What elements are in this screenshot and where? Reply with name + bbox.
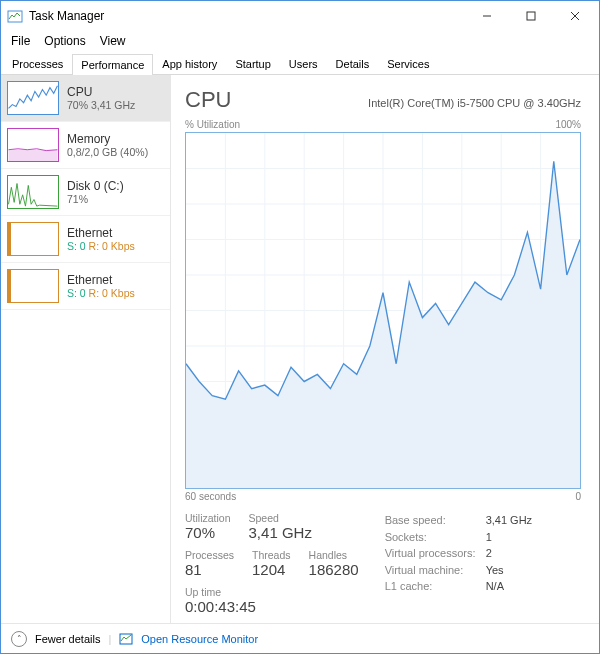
svg-rect-5 xyxy=(9,150,58,161)
page-title: CPU xyxy=(185,87,231,113)
tab-users[interactable]: Users xyxy=(280,53,327,74)
sidebar-item-memory[interactable]: Memory 0,8/2,0 GB (40%) xyxy=(1,122,170,169)
fewer-details-button[interactable]: Fewer details xyxy=(35,633,100,645)
sidebar-item-ethernet-2[interactable]: Ethernet S: 0 R: 0 Kbps xyxy=(1,263,170,310)
menu-options[interactable]: Options xyxy=(38,32,91,50)
app-icon xyxy=(7,8,23,24)
l1-value: N/A xyxy=(486,578,504,595)
tab-services[interactable]: Services xyxy=(378,53,438,74)
menu-view[interactable]: View xyxy=(94,32,132,50)
scale-label-top-left: % Utilization xyxy=(185,119,240,130)
ethernet-thumb-icon xyxy=(7,269,59,303)
menu-file[interactable]: File xyxy=(5,32,36,50)
scale-label-bottom-left: 60 seconds xyxy=(185,491,236,502)
processes-label: Processes xyxy=(185,549,234,561)
sockets-value: 1 xyxy=(486,529,492,546)
sidebar-item-stat: S: 0 R: 0 Kbps xyxy=(67,240,135,252)
titlebar: Task Manager xyxy=(1,1,599,31)
cpu-chart xyxy=(185,132,581,489)
disk-thumb-icon xyxy=(7,175,59,209)
vprocs-label: Virtual processors: xyxy=(385,545,480,562)
tab-details[interactable]: Details xyxy=(327,53,379,74)
base-speed-value: 3,41 GHz xyxy=(486,512,532,529)
utilization-label: Utilization xyxy=(185,512,231,524)
sidebar-item-label: CPU xyxy=(67,85,135,99)
uptime-value: 0:00:43:45 xyxy=(185,598,359,615)
svg-rect-2 xyxy=(527,12,535,20)
minimize-button[interactable] xyxy=(465,1,509,31)
tab-strip: Processes Performance App history Startu… xyxy=(1,51,599,75)
l1-label: L1 cache: xyxy=(385,578,480,595)
vprocs-value: 2 xyxy=(486,545,492,562)
sidebar-item-label: Disk 0 (C:) xyxy=(67,179,124,193)
chevron-up-icon[interactable]: ˄ xyxy=(11,631,27,647)
open-resource-monitor-link[interactable]: Open Resource Monitor xyxy=(141,633,258,645)
vm-value: Yes xyxy=(486,562,504,579)
threads-label: Threads xyxy=(252,549,291,561)
speed-label: Speed xyxy=(249,512,312,524)
scale-label-top-right: 100% xyxy=(555,119,581,130)
speed-value: 3,41 GHz xyxy=(249,524,312,541)
base-speed-label: Base speed: xyxy=(385,512,480,529)
vm-label: Virtual machine: xyxy=(385,562,480,579)
sidebar-item-label: Memory xyxy=(67,132,148,146)
window-title: Task Manager xyxy=(29,9,465,23)
uptime-label: Up time xyxy=(185,586,359,598)
sidebar-item-label: Ethernet xyxy=(67,273,135,287)
tab-processes[interactable]: Processes xyxy=(3,53,72,74)
close-button[interactable] xyxy=(553,1,597,31)
sidebar-item-ethernet-1[interactable]: Ethernet S: 0 R: 0 Kbps xyxy=(1,216,170,263)
threads-value: 1204 xyxy=(252,561,291,578)
sidebar-item-stat: 0,8/2,0 GB (40%) xyxy=(67,146,148,158)
cpu-details-table: Base speed:3,41 GHz Sockets:1 Virtual pr… xyxy=(385,512,532,615)
menubar: File Options View xyxy=(1,31,599,51)
maximize-button[interactable] xyxy=(509,1,553,31)
tab-startup[interactable]: Startup xyxy=(226,53,279,74)
tab-performance[interactable]: Performance xyxy=(72,54,153,75)
main-panel: CPU Intel(R) Core(TM) i5-7500 CPU @ 3.40… xyxy=(171,75,599,623)
processes-value: 81 xyxy=(185,561,234,578)
tab-app-history[interactable]: App history xyxy=(153,53,226,74)
cpu-thumb-icon xyxy=(7,81,59,115)
sidebar-item-stat: S: 0 R: 0 Kbps xyxy=(67,287,135,299)
sidebar-item-cpu[interactable]: CPU 70% 3,41 GHz xyxy=(1,75,170,122)
sidebar-item-label: Ethernet xyxy=(67,226,135,240)
handles-value: 186280 xyxy=(309,561,359,578)
ethernet-thumb-icon xyxy=(7,222,59,256)
handles-label: Handles xyxy=(309,549,359,561)
sidebar-item-stat: 70% 3,41 GHz xyxy=(67,99,135,111)
sidebar-item-stat: 71% xyxy=(67,193,124,205)
resource-monitor-icon xyxy=(119,632,133,646)
sidebar-item-disk[interactable]: Disk 0 (C:) 71% xyxy=(1,169,170,216)
stats-grid: Utilization 70% Speed 3,41 GHz Processes… xyxy=(185,512,581,615)
utilization-value: 70% xyxy=(185,524,231,541)
cpu-model: Intel(R) Core(TM) i5-7500 CPU @ 3.40GHz xyxy=(368,97,581,109)
sidebar: CPU 70% 3,41 GHz Memory 0,8/2,0 GB (40%) xyxy=(1,75,171,623)
memory-thumb-icon xyxy=(7,128,59,162)
scale-label-bottom-right: 0 xyxy=(575,491,581,502)
sockets-label: Sockets: xyxy=(385,529,480,546)
footer: ˄ Fewer details | Open Resource Monitor xyxy=(1,623,599,653)
